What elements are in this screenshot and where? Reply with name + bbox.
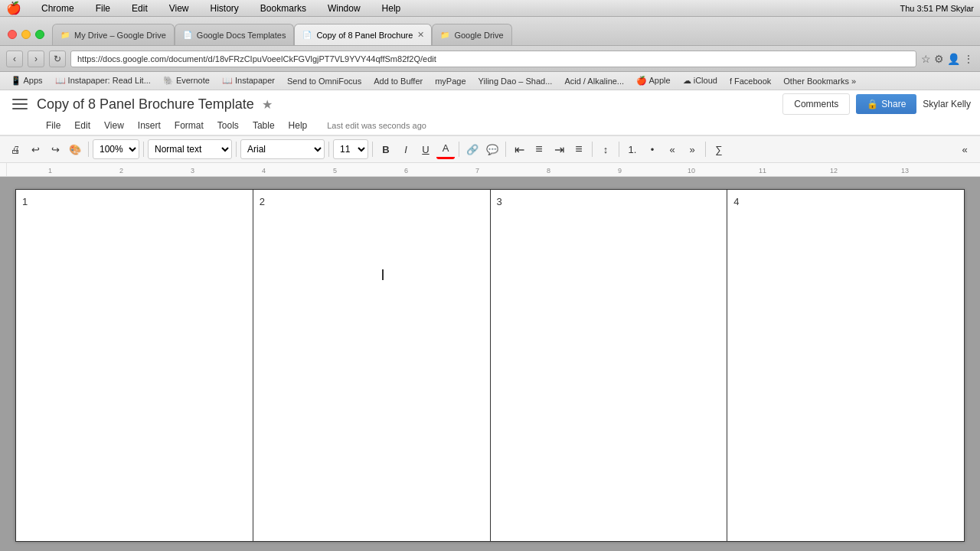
menu-icon[interactable]: ⋮ bbox=[963, 53, 974, 65]
toolbar-divider bbox=[328, 142, 329, 157]
tab-close-icon[interactable]: ✕ bbox=[417, 30, 424, 40]
gdocs-app: Copy of 8 Panel Brochure Template ★ Comm… bbox=[0, 90, 980, 551]
docs-content[interactable]: 1 2 3 4 bbox=[0, 177, 980, 551]
tab-templates[interactable]: 📄 Google Docs Templates bbox=[175, 24, 295, 45]
docs-menubar: File Edit View Insert Format Tools Table… bbox=[9, 116, 971, 135]
svg-text:3: 3 bbox=[191, 167, 194, 174]
zoom-select[interactable]: 100% 75% 150% bbox=[93, 139, 139, 159]
bookmark-mypage[interactable]: myPage bbox=[430, 76, 470, 86]
style-select[interactable]: Normal text Heading 1 Heading 2 bbox=[148, 139, 232, 159]
bookmark-yiling[interactable]: Yiling Dao – Shad... bbox=[474, 76, 557, 86]
bookmark-buffer[interactable]: Add to Buffer bbox=[369, 76, 427, 86]
hamburger-line bbox=[12, 108, 28, 109]
minimize-button[interactable] bbox=[21, 30, 31, 39]
collapse-toolbar-button[interactable]: « bbox=[956, 139, 974, 159]
panel-2[interactable]: 2 bbox=[253, 190, 490, 542]
forward-button[interactable]: › bbox=[28, 51, 44, 67]
tab-my-drive[interactable]: 📁 My Drive – Google Drive bbox=[52, 24, 175, 45]
user-menu[interactable]: Skylar Kelly bbox=[923, 99, 971, 109]
panel-4[interactable]: 4 bbox=[727, 190, 965, 542]
tab-label: Google Drive bbox=[454, 31, 503, 40]
menu-format[interactable]: Format bbox=[168, 118, 210, 133]
bookmark-facebook[interactable]: f Facebook bbox=[725, 76, 776, 86]
menu-window[interactable]: Window bbox=[323, 2, 365, 15]
align-right-button[interactable]: ⇥ bbox=[550, 139, 568, 159]
panel-3[interactable]: 3 bbox=[490, 190, 727, 542]
menu-edit[interactable]: Edit bbox=[68, 118, 96, 133]
menu-tools[interactable]: Tools bbox=[211, 118, 245, 133]
bookmark-acid[interactable]: Acid / Alkaline... bbox=[560, 76, 629, 86]
menu-file[interactable]: File bbox=[91, 2, 115, 15]
panel-row: 1 2 3 4 bbox=[16, 190, 965, 542]
share-button[interactable]: 🔒 Share bbox=[856, 94, 916, 114]
close-button[interactable] bbox=[8, 30, 17, 39]
tab-favicon: 📄 bbox=[302, 31, 312, 39]
tab-label: Google Docs Templates bbox=[197, 31, 286, 40]
star-icon[interactable]: ★ bbox=[262, 97, 273, 112]
menu-edit[interactable]: Edit bbox=[127, 2, 152, 15]
page-title: Copy of 8 Panel Brochure Template bbox=[37, 96, 254, 112]
svg-text:12: 12 bbox=[830, 167, 838, 174]
bookmark-instapaper2[interactable]: 📖 Instapaper bbox=[217, 75, 279, 86]
bookmark-apps[interactable]: 📱 Apps bbox=[6, 75, 47, 86]
menu-insert[interactable]: Insert bbox=[132, 118, 167, 133]
menu-view[interactable]: View bbox=[98, 118, 130, 133]
underline-button[interactable]: U bbox=[416, 139, 435, 159]
menu-help[interactable]: Help bbox=[377, 2, 406, 15]
italic-button[interactable]: I bbox=[397, 139, 415, 159]
menu-history[interactable]: History bbox=[206, 2, 243, 15]
formula-button[interactable]: ∑ bbox=[710, 139, 728, 159]
address-input[interactable] bbox=[70, 51, 916, 67]
increase-indent-button[interactable]: » bbox=[683, 139, 701, 159]
line-spacing-button[interactable]: ↕ bbox=[596, 139, 615, 159]
apple-menu[interactable]: 🍎 bbox=[6, 1, 21, 15]
user-icon[interactable]: 👤 bbox=[947, 53, 960, 65]
justify-button[interactable]: ≡ bbox=[570, 139, 588, 159]
numbered-list-button[interactable]: 1. bbox=[623, 139, 642, 159]
print-button[interactable]: 🖨 bbox=[6, 139, 24, 159]
bookmark-evernote[interactable]: 🐘 Evernote bbox=[158, 75, 214, 86]
comment-button[interactable]: 💬 bbox=[483, 139, 501, 159]
bookmark-instapaper[interactable]: 📖 Instapaper: Read Lit... bbox=[51, 75, 155, 86]
redo-button[interactable]: ↪ bbox=[46, 139, 64, 159]
tab-label: Copy of 8 Panel Brochure bbox=[316, 31, 413, 40]
bulleted-list-button[interactable]: • bbox=[643, 139, 662, 159]
hamburger-menu[interactable] bbox=[9, 93, 31, 115]
menu-bookmarks[interactable]: Bookmarks bbox=[256, 2, 311, 15]
docs-toolbar: 🖨 ↩ ↪ 🎨 100% 75% 150% Normal text Headin… bbox=[0, 135, 980, 163]
bold-button[interactable]: B bbox=[377, 139, 395, 159]
tab-brochure[interactable]: 📄 Copy of 8 Panel Brochure ✕ bbox=[294, 24, 432, 45]
maximize-button[interactable] bbox=[35, 30, 44, 39]
align-center-button[interactable]: ≡ bbox=[530, 139, 548, 159]
paint-format-button[interactable]: 🎨 bbox=[66, 139, 84, 159]
toolbar-divider bbox=[459, 142, 459, 157]
back-button[interactable]: ‹ bbox=[6, 51, 23, 67]
decrease-indent-button[interactable]: « bbox=[663, 139, 681, 159]
menu-view[interactable]: View bbox=[165, 2, 194, 15]
link-button[interactable]: 🔗 bbox=[463, 139, 482, 159]
comments-button[interactable]: Comments bbox=[782, 93, 850, 115]
menu-file[interactable]: File bbox=[40, 118, 67, 133]
extensions-icon[interactable]: ⚙ bbox=[934, 53, 944, 65]
panel-1[interactable]: 1 bbox=[16, 190, 253, 542]
tab-gdrive[interactable]: 📁 Google Drive bbox=[432, 24, 511, 45]
docs-ruler: 1 2 3 4 5 6 7 8 9 10 11 12 13 bbox=[0, 163, 980, 177]
undo-button[interactable]: ↩ bbox=[26, 139, 44, 159]
bookmark-apple[interactable]: 🍎 Apple bbox=[632, 75, 675, 86]
bookmark-star-icon[interactable]: ☆ bbox=[921, 53, 931, 65]
last-edit-status: Last edit was seconds ago bbox=[327, 121, 426, 130]
align-left-button[interactable]: ⇤ bbox=[510, 139, 528, 159]
font-select[interactable]: Arial Times New Roman bbox=[240, 139, 325, 159]
bookmark-icloud[interactable]: ☁ iCloud bbox=[678, 75, 722, 86]
font-size-select[interactable]: 11 10 12 bbox=[333, 139, 368, 159]
menu-chrome[interactable]: Chrome bbox=[37, 2, 79, 15]
svg-text:7: 7 bbox=[475, 167, 479, 174]
text-color-button[interactable]: A bbox=[436, 139, 455, 159]
menu-table[interactable]: Table bbox=[247, 118, 281, 133]
tab-favicon: 📁 bbox=[60, 31, 70, 39]
bookmark-omnifocus[interactable]: Send to OmniFocus bbox=[283, 76, 366, 86]
reload-button[interactable]: ↻ bbox=[49, 51, 66, 67]
menu-help[interactable]: Help bbox=[283, 118, 314, 133]
toolbar-divider bbox=[88, 142, 89, 157]
bookmark-other[interactable]: Other Bookmarks » bbox=[779, 76, 861, 86]
